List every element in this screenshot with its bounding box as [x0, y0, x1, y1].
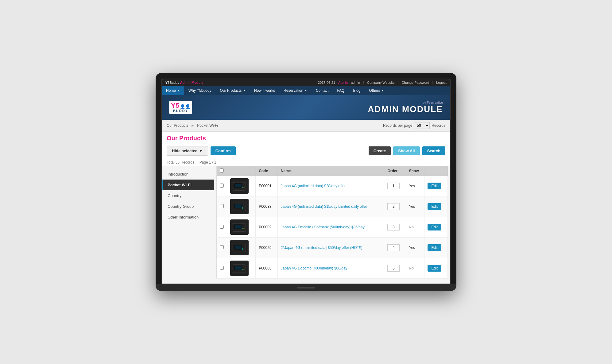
laptop-base [156, 284, 456, 291]
create-button[interactable]: Create [369, 146, 391, 155]
row-show-cell: No [406, 258, 424, 279]
order-input-4[interactable] [387, 265, 400, 272]
row-checkbox-1[interactable] [220, 204, 224, 208]
total-records-row: Total 36 Records Page 1 / 1 [162, 159, 450, 166]
table-header-row: Code Name Order Show [217, 166, 448, 176]
select-all-checkbox[interactable] [220, 168, 224, 172]
show-all-button[interactable]: Show All [393, 146, 420, 155]
row-checkbox-0[interactable] [220, 184, 224, 188]
search-button[interactable]: Search [422, 146, 445, 155]
sidebar-introduction-label: Introduction [168, 172, 188, 176]
hide-selected-button[interactable]: Hide selected ▼ [167, 146, 208, 156]
row-edit-cell: Edit [424, 238, 448, 258]
logout-link[interactable]: Logout [436, 81, 447, 84]
row-checkbox-2[interactable] [220, 225, 224, 229]
nav-item-others[interactable]: Others ▼ [365, 86, 388, 95]
admin-title-area: by Feecreative ADMIN MODULE [368, 101, 443, 114]
row-checkbox-3[interactable] [220, 245, 224, 249]
row-image-cell [227, 196, 256, 217]
nav-home-label: Home [166, 88, 176, 93]
main-layout: Introduction Pocket Wi-Fi Country Countr… [162, 166, 450, 284]
table-row: P00001 Japan 4G (unlimited data) $28/day… [217, 176, 448, 196]
nav-item-why[interactable]: Why Y5buddy [184, 86, 216, 95]
row-code-cell: P00029 [256, 238, 278, 258]
row-code-cell: P00002 [256, 217, 278, 238]
row-show-cell: Yes [406, 238, 424, 258]
edit-button-1[interactable]: Edit [428, 203, 441, 210]
svg-point-18 [242, 248, 243, 250]
table-row: P00002 Japan 4G Emobile / Softbank (500m… [217, 217, 448, 238]
nav-others-arrow: ▼ [381, 89, 384, 92]
sidebar-item-other-info[interactable]: Other Information [162, 212, 214, 223]
records-label: Records [432, 123, 445, 128]
row-image-cell [227, 176, 256, 196]
row-show-cell: Yes [406, 196, 424, 217]
row-checkbox-4[interactable] [220, 266, 224, 270]
product-code: P00003 [259, 266, 271, 270]
nav-item-faq[interactable]: FAQ [333, 86, 349, 95]
logo-box: Y5 👤👤 BUDDY [169, 101, 192, 114]
svg-rect-7 [235, 204, 242, 208]
row-checkbox-cell [217, 258, 227, 279]
nav-item-blog[interactable]: Blog [349, 86, 365, 95]
edit-button-3[interactable]: Edit [428, 244, 441, 251]
date-text: 2017-06-21 [318, 81, 335, 84]
confirm-button[interactable]: Confirm [211, 146, 236, 155]
nav-item-reservation[interactable]: Reservation ▼ [279, 86, 312, 95]
row-image-cell [227, 238, 256, 258]
svg-point-3 [242, 187, 243, 188]
row-code-cell: P00003 [256, 258, 278, 279]
row-checkbox-cell [217, 196, 227, 217]
product-image [230, 219, 249, 235]
nav-item-contact[interactable]: Contact [312, 86, 333, 95]
edit-button-0[interactable]: Edit [428, 183, 441, 189]
nav-blog-label: Blog [353, 88, 360, 93]
top-links: 2017-06-21 Admin admin | Company Website… [318, 81, 447, 84]
sidebar-country-label: Country [168, 193, 182, 198]
nav-item-how[interactable]: How it works [250, 86, 279, 95]
product-name-link[interactable]: Japan 4G Docomo (400mb/day) $60/day [281, 266, 347, 270]
breadcrumb-wifi: Pocket Wi-Fi [197, 123, 218, 128]
sidebar-item-introduction[interactable]: Introduction [162, 169, 214, 180]
admin-user-link[interactable]: Admin [338, 81, 348, 84]
sidebar-other-info-label: Other Information [168, 215, 199, 219]
row-name-cell: Japan 4G Docomo (400mb/day) $60/day [277, 258, 384, 279]
product-name-link[interactable]: Japan 4G (unlimited data) $28/day offer [281, 184, 346, 188]
order-input-3[interactable] [387, 244, 400, 251]
svg-point-8 [242, 207, 243, 209]
nav-item-home[interactable]: Home ▼ [162, 86, 184, 95]
th-action [424, 166, 448, 176]
logo-area: Y5 👤👤 BUDDY [169, 101, 192, 114]
order-input-1[interactable] [387, 203, 400, 210]
row-edit-cell: Edit [424, 217, 448, 238]
sidebar-item-country[interactable]: Country [162, 190, 214, 201]
change-password-link[interactable]: Change Password [402, 81, 429, 84]
th-image [227, 166, 256, 176]
edit-button-4[interactable]: Edit [428, 265, 441, 272]
product-name-link[interactable]: Japan 4G (unlimited data) $15/day Limite… [281, 204, 367, 209]
table-area: Code Name Order Show [214, 166, 450, 284]
per-page-select[interactable]: 50 25 100 [414, 122, 430, 129]
row-show-cell: Yes [406, 176, 424, 196]
row-image-cell [227, 217, 256, 238]
order-input-2[interactable] [387, 224, 400, 230]
edit-button-2[interactable]: Edit [428, 224, 441, 230]
order-input-0[interactable] [387, 183, 400, 189]
company-website-link[interactable]: Company Website [367, 81, 395, 84]
svg-point-14 [243, 228, 244, 229]
row-name-cell: 2*Japan 4G (unlimited data) $50/day offe… [277, 238, 384, 258]
sidebar-item-country-group[interactable]: Country Group [162, 201, 214, 212]
page-title-row: Our Products [162, 132, 450, 143]
row-edit-cell: Edit [424, 258, 448, 279]
sidebar-item-pocket-wifi[interactable]: Pocket Wi-Fi [162, 180, 214, 190]
nav-item-products[interactable]: Our Products ▼ [215, 86, 250, 95]
nav-home-arrow: ▼ [177, 89, 180, 92]
product-name-link[interactable]: Japan 4G Emobile / Softbank (500mb/day) … [281, 225, 365, 229]
row-order-cell [384, 196, 406, 217]
product-name-link[interactable]: 2*Japan 4G (unlimited data) $50/day offe… [281, 246, 362, 250]
sidebar-wifi-label: Pocket Wi-Fi [168, 183, 192, 187]
th-show: Show [406, 166, 424, 176]
top-bar: Y5Buddy Admin Module 2017-06-21 Admin ad… [162, 79, 450, 86]
table-row: P00038 Japan 4G (unlimited data) $15/day… [217, 196, 448, 217]
header-banner: Y5 👤👤 BUDDY by Feecreative ADMIN MODULE [162, 95, 450, 120]
